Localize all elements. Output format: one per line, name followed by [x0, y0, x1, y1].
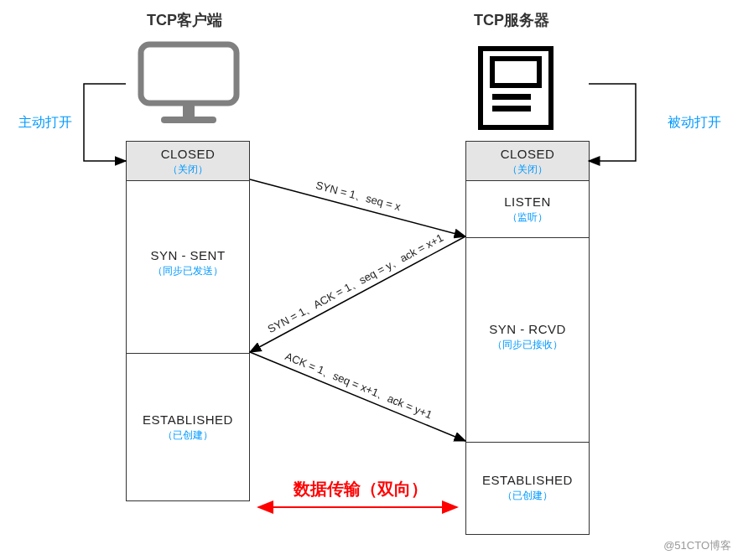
- svg-rect-6: [492, 106, 531, 111]
- state-sub: （关闭）: [128, 163, 247, 177]
- state-title: CLOSED: [468, 147, 587, 161]
- server-column: CLOSED （关闭） LISTEN （监听） SYN - RCVD （同步已接…: [465, 141, 590, 535]
- svg-line-8: [250, 236, 465, 352]
- monitor-icon: [134, 38, 243, 133]
- state-title: LISTEN: [468, 194, 587, 209]
- server-icon: [474, 44, 558, 136]
- state-sub: （已创建）: [468, 489, 587, 503]
- svg-line-9: [250, 352, 465, 441]
- svg-rect-0: [141, 44, 236, 103]
- server-state-synrcvd: SYN - RCVD （同步已接收）: [466, 237, 589, 442]
- client-title: TCP客户端: [147, 10, 222, 30]
- client-state-closed: CLOSED （关闭）: [127, 142, 249, 180]
- watermark: @51CTO博客: [663, 538, 731, 553]
- svg-rect-2: [161, 117, 216, 123]
- state-title: SYN - SENT: [128, 248, 247, 262]
- svg-rect-5: [492, 94, 531, 100]
- msg1-text: SYN = 1、seq = x: [314, 179, 403, 213]
- server-title: TCP服务器: [474, 10, 549, 30]
- state-title: CLOSED: [128, 147, 247, 161]
- diagram-arrows: SYN = 1、seq = x SYN = 1、ACK = 1、seq = y、…: [0, 0, 738, 560]
- client-column: CLOSED （关闭） SYN - SENT （同步已发送） ESTABLISH…: [126, 141, 250, 501]
- server-state-listen: LISTEN （监听）: [466, 180, 589, 237]
- server-state-closed: CLOSED （关闭）: [466, 142, 589, 180]
- active-open-label: 主动打开: [18, 114, 72, 132]
- state-title: ESTABLISHED: [128, 412, 247, 427]
- state-sub: （同步已发送）: [128, 264, 247, 278]
- svg-rect-1: [183, 105, 195, 117]
- svg-rect-4: [492, 59, 539, 86]
- msg2-text: SYN = 1、ACK = 1、seq = y、ack = x+1: [266, 231, 445, 335]
- state-sub: （监听）: [468, 210, 587, 225]
- state-title: ESTABLISHED: [468, 473, 587, 487]
- msg3-text: ACK = 1、seq = x+1、ack = y+1: [283, 350, 434, 422]
- state-sub: （同步已接收）: [468, 338, 587, 352]
- data-transfer-label: 数据传输（双向）: [294, 478, 428, 500]
- client-state-synsent: SYN - SENT （同步已发送）: [127, 180, 249, 353]
- state-sub: （关闭）: [468, 163, 587, 177]
- state-sub: （已创建）: [128, 428, 247, 443]
- state-title: SYN - RCVD: [468, 322, 587, 336]
- client-state-established: ESTABLISHED （已创建）: [127, 353, 249, 502]
- passive-open-label: 被动打开: [668, 114, 721, 132]
- svg-line-7: [250, 179, 465, 236]
- server-state-established: ESTABLISHED （已创建）: [466, 442, 589, 536]
